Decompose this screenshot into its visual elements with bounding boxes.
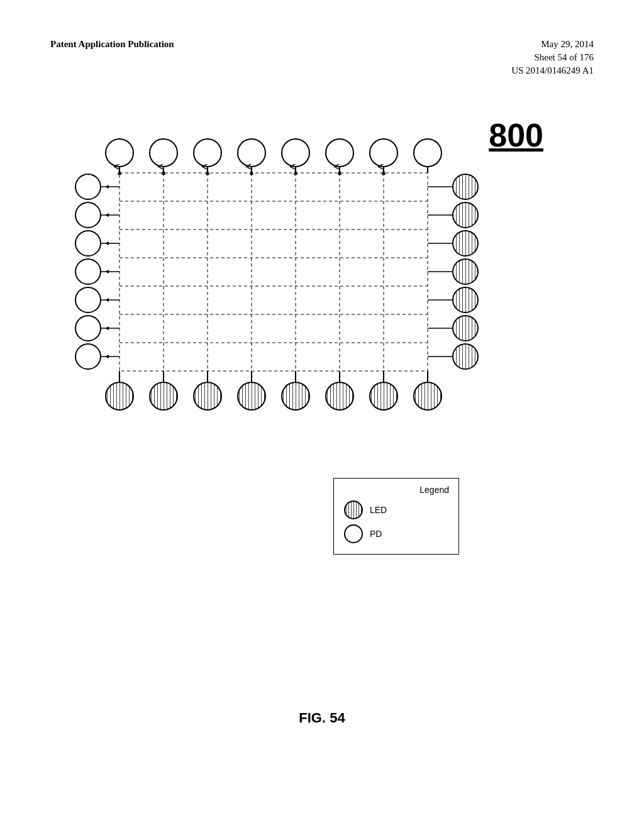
svg-point-74 bbox=[150, 382, 177, 410]
svg-point-62 bbox=[453, 231, 478, 256]
legend-item-pd: PD bbox=[343, 524, 449, 544]
svg-point-60 bbox=[453, 202, 478, 228]
svg-point-24 bbox=[326, 139, 353, 167]
header-date: May 29, 2014 bbox=[511, 38, 594, 51]
svg-marker-48 bbox=[105, 270, 109, 274]
svg-point-26 bbox=[370, 139, 397, 167]
svg-point-14 bbox=[106, 139, 133, 167]
svg-marker-54 bbox=[105, 326, 109, 330]
svg-marker-91 bbox=[250, 169, 253, 175]
svg-point-49 bbox=[75, 287, 101, 313]
svg-point-18 bbox=[194, 139, 221, 167]
svg-point-40 bbox=[75, 202, 101, 228]
svg-point-86 bbox=[414, 382, 441, 410]
svg-rect-1 bbox=[119, 173, 428, 371]
svg-point-28 bbox=[414, 139, 441, 167]
svg-marker-57 bbox=[105, 355, 109, 358]
svg-point-37 bbox=[75, 174, 101, 199]
svg-point-16 bbox=[150, 139, 177, 167]
header-right: May 29, 2014 Sheet 54 of 176 US 2014/014… bbox=[511, 38, 594, 77]
svg-point-55 bbox=[75, 344, 101, 369]
figure-caption: FIG. 54 bbox=[0, 710, 644, 726]
svg-point-78 bbox=[238, 382, 265, 410]
svg-marker-45 bbox=[105, 241, 109, 245]
svg-point-58 bbox=[453, 174, 478, 199]
svg-point-70 bbox=[453, 344, 478, 369]
svg-point-68 bbox=[453, 316, 478, 341]
svg-point-66 bbox=[453, 287, 478, 313]
header-patent: US 2014/0146249 A1 bbox=[511, 64, 594, 77]
svg-point-22 bbox=[282, 139, 309, 167]
pd-label: PD bbox=[370, 529, 382, 539]
svg-point-96 bbox=[345, 501, 362, 519]
svg-marker-42 bbox=[105, 213, 109, 217]
svg-marker-94 bbox=[382, 169, 386, 175]
led-label: LED bbox=[370, 505, 387, 515]
publication-label: Patent Application Publication bbox=[50, 39, 174, 49]
svg-point-80 bbox=[282, 382, 309, 410]
svg-point-84 bbox=[370, 382, 397, 410]
header-sheet: Sheet 54 of 176 bbox=[511, 51, 594, 64]
svg-point-97 bbox=[345, 525, 362, 543]
legend-box: Legend LED PD bbox=[333, 478, 459, 555]
svg-marker-39 bbox=[105, 185, 109, 189]
header: Patent Application Publication May 29, 2… bbox=[50, 38, 594, 77]
svg-marker-92 bbox=[294, 169, 297, 175]
svg-point-72 bbox=[106, 382, 133, 410]
svg-point-52 bbox=[75, 316, 101, 341]
svg-point-76 bbox=[194, 382, 221, 410]
header-left: Patent Application Publication bbox=[50, 38, 174, 51]
svg-point-64 bbox=[453, 259, 478, 284]
svg-marker-90 bbox=[206, 169, 209, 175]
page: Patent Application Publication May 29, 2… bbox=[0, 0, 644, 830]
svg-marker-93 bbox=[338, 169, 341, 175]
pd-icon bbox=[343, 524, 364, 544]
legend-title: Legend bbox=[343, 485, 449, 495]
svg-point-82 bbox=[326, 382, 353, 410]
svg-point-20 bbox=[238, 139, 265, 167]
svg-point-46 bbox=[75, 259, 101, 284]
led-icon bbox=[343, 500, 364, 520]
svg-marker-51 bbox=[105, 298, 109, 302]
main-diagram bbox=[63, 126, 503, 440]
svg-marker-89 bbox=[162, 169, 165, 175]
svg-point-43 bbox=[75, 231, 101, 256]
legend-item-led: LED bbox=[343, 500, 449, 520]
svg-marker-88 bbox=[118, 169, 121, 175]
